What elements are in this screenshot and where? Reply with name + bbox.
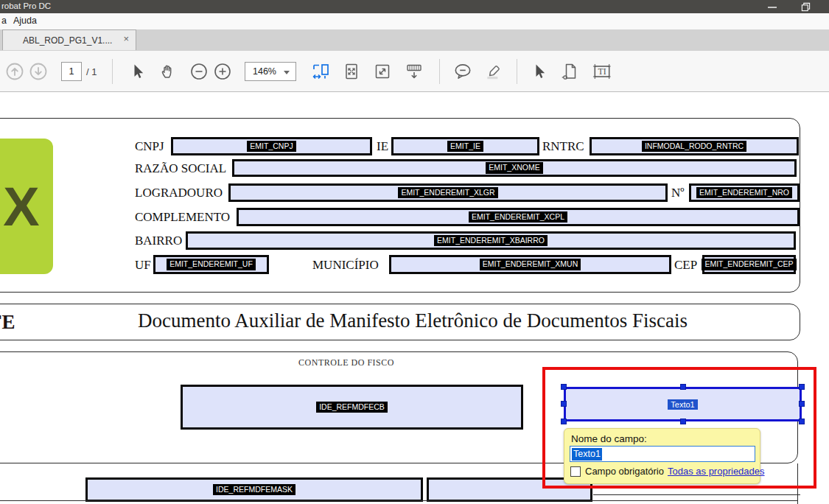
field-ide-refmdfemask[interactable]: IDE_REFMDFEMASK xyxy=(85,477,423,502)
comment-bubble-icon xyxy=(452,61,473,82)
form-rule xyxy=(593,494,800,495)
menu-bar: a Ajuda xyxy=(0,13,829,29)
select-tool-button[interactable] xyxy=(127,61,147,82)
page-count-label: / 1 xyxy=(86,66,97,77)
field-emit-enderemit-uf[interactable]: EMIT_ENDEREMIT_UF xyxy=(153,255,269,274)
field-infmodal-rodo-rntrc[interactable]: INFMODAL_RODO_RNTRC xyxy=(590,137,799,155)
cursor-icon xyxy=(529,62,548,81)
document-title: Documento Auxiliar de Manifesto Eletrôni… xyxy=(74,309,752,332)
required-checkbox-label: Campo obrigatório xyxy=(585,466,664,477)
resize-handle-e[interactable] xyxy=(799,401,805,407)
field-chip: EMIT_XNOME xyxy=(486,162,542,173)
field-name-value-selected: Texto1 xyxy=(572,448,602,461)
resize-handle-nw[interactable] xyxy=(561,384,567,390)
complemento-label: COMPLEMENTO xyxy=(135,210,230,225)
minus-circle-icon xyxy=(189,62,209,81)
form-rule xyxy=(0,500,798,501)
razao-social-label: RAZÃO SOCIAL xyxy=(135,161,226,176)
field-emit-ie[interactable]: EMIT_IE xyxy=(391,137,539,155)
minimize-button[interactable] xyxy=(760,0,785,13)
field-name-popup: Nome do campo: Texto1 Campo obrigatório … xyxy=(564,428,760,484)
bairro-label: BAIRRO xyxy=(135,234,182,248)
reading-mode-button[interactable] xyxy=(404,61,424,82)
menu-item-partial[interactable]: a xyxy=(1,15,7,26)
restore-icon xyxy=(800,1,811,13)
emitter-logo: X xyxy=(0,139,53,274)
field-chip: EMIT_ENDEREMIT_XCPL xyxy=(469,211,567,223)
minimize-icon xyxy=(767,1,777,12)
hand-icon xyxy=(158,62,178,81)
field-emit-enderemit-xmun[interactable]: EMIT_ENDEREMIT_XMUN xyxy=(389,255,671,274)
field-chip: EMIT_ENDEREMIT_XBAIRRO xyxy=(434,235,548,246)
page-fields-icon xyxy=(561,62,580,81)
hand-tool-button[interactable] xyxy=(158,61,178,82)
resize-handle-se[interactable] xyxy=(799,419,805,424)
zoom-in-button[interactable] xyxy=(212,61,233,82)
resize-handle-sw[interactable] xyxy=(561,419,567,424)
zoom-out-button[interactable] xyxy=(189,61,209,82)
form-select-tool-button[interactable] xyxy=(528,61,549,82)
svg-text:TI: TI xyxy=(598,66,606,77)
acrobat-window: { "window": { "title_partial": "robat Pr… xyxy=(0,0,829,504)
field-chip: EMIT_CNPJ xyxy=(247,141,295,152)
highlighter-icon xyxy=(483,61,504,82)
title-bar: robat Pro DC xyxy=(0,0,829,13)
document-tab[interactable]: ABL_ROD_PG1_V1.... × xyxy=(2,29,136,50)
required-checkbox[interactable] xyxy=(570,466,581,477)
field-emit-xnome[interactable]: EMIT_XNOME xyxy=(232,159,797,177)
previous-page-button[interactable] xyxy=(4,61,25,82)
next-page-button[interactable] xyxy=(28,61,49,82)
tab-close-icon[interactable]: × xyxy=(123,34,129,43)
field-chip: EMIT_ENDEREMIT_CEP xyxy=(702,259,796,270)
field-chip: EMIT_ENDEREMIT_UF xyxy=(167,259,256,270)
resize-handle-w[interactable] xyxy=(561,401,567,407)
municipio-label: MUNICÍPIO xyxy=(312,258,379,273)
cnpj-label: CNPJ xyxy=(135,139,164,154)
field-recognition-button[interactable] xyxy=(560,61,581,82)
comment-tool-button[interactable] xyxy=(452,61,473,82)
highlight-tool-button[interactable] xyxy=(483,61,504,82)
field-emit-enderemit-cep[interactable]: EMIT_ENDEREMIT_CEP xyxy=(702,255,796,274)
field-emit-enderemit-nro[interactable]: EMIT_ENDEREMIT_NRO xyxy=(689,183,800,202)
ie-label: IE xyxy=(377,139,388,154)
toolbar-separator xyxy=(517,59,517,84)
field-emit-enderemit-xbairro[interactable]: EMIT_ENDEREMIT_XBAIRRO xyxy=(186,231,796,250)
zoom-level-dropdown[interactable]: 146% xyxy=(245,62,296,81)
resize-handle-s[interactable] xyxy=(680,419,686,424)
toolbar-separator xyxy=(112,59,113,84)
fit-page-button[interactable] xyxy=(341,61,362,82)
damdfe-clipped-label: FE xyxy=(0,311,15,334)
field-ide-refmdfecb[interactable]: IDE_REFMDFECB xyxy=(181,385,523,430)
fit-page-icon xyxy=(342,62,361,81)
page-number-input[interactable]: 1 xyxy=(61,62,82,81)
cursor-icon xyxy=(127,62,147,81)
fullscreen-button[interactable] xyxy=(372,61,393,82)
field-name-input[interactable]: Texto1 xyxy=(570,446,755,462)
field-chip: IDE_REFMDFECB xyxy=(316,402,388,413)
chevron-down-icon xyxy=(284,71,290,74)
field-emit-cnpj[interactable]: EMIT_CNPJ xyxy=(171,137,372,155)
menu-item-help[interactable]: Ajuda xyxy=(13,15,37,26)
fit-width-icon xyxy=(311,62,330,81)
tab-bar: ABL_ROD_PG1_V1.... × xyxy=(0,29,829,51)
arrow-down-circle-icon xyxy=(29,62,48,81)
toolbar-collapse-icon xyxy=(405,62,424,81)
field-emit-enderemit-xcpl[interactable]: EMIT_ENDEREMIT_XCPL xyxy=(237,208,800,226)
field-name-label: Nome do campo: xyxy=(571,433,647,444)
logo-letter: X xyxy=(3,175,39,238)
nro-label: Nº xyxy=(671,186,685,200)
field-chip: IDE_REFMDFEMASK xyxy=(213,484,295,495)
all-properties-link[interactable]: Todas as propriedades xyxy=(668,466,765,477)
resize-handle-n[interactable] xyxy=(680,384,686,390)
plus-circle-icon xyxy=(213,62,232,81)
window-title: robat Pro DC xyxy=(1,1,51,10)
field-emit-enderemit-xlgr[interactable]: EMIT_ENDEREMIT_XLGR xyxy=(228,183,668,202)
cep-label: CEP xyxy=(674,258,697,273)
resize-handle-ne[interactable] xyxy=(799,384,805,390)
text-field-tool-button[interactable]: TI xyxy=(592,61,612,82)
page-number-value: 1 xyxy=(69,66,74,77)
fit-width-button[interactable] xyxy=(310,61,331,82)
restore-button[interactable] xyxy=(793,0,818,13)
fisco-header: CONTROLE DO FISCO xyxy=(280,357,413,368)
uf-label: UF xyxy=(135,258,151,273)
